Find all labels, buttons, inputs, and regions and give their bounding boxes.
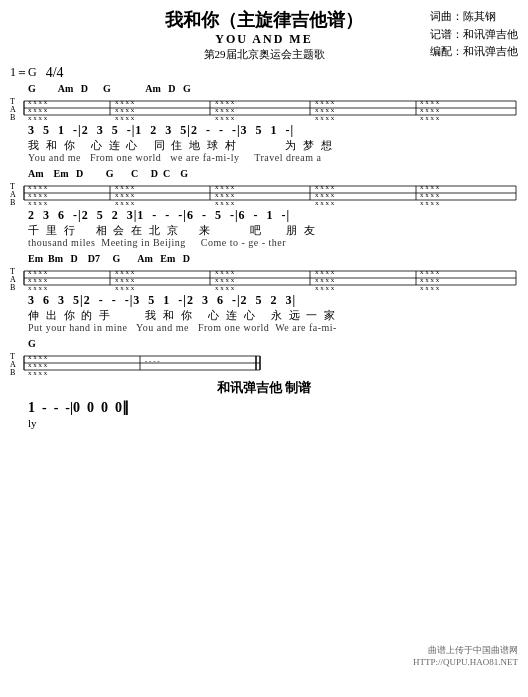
svg-text:x x x x: x x x x xyxy=(115,199,135,207)
notation-row-2: 2 3 6 -|2 5 2 3|1 - - -|6 - 5 -|6 - 1 -| xyxy=(10,207,518,223)
svg-text:x x x x: x x x x xyxy=(28,369,48,377)
english-row-1: You and me From one world we are fa-mi-l… xyxy=(10,152,518,165)
tab-staff-4: T A B x x x x x x x x x x x x - - - - xyxy=(10,349,518,377)
section-2: Am Em D G C D C G T A B x x x x x x x x … xyxy=(10,167,518,250)
svg-text:x x x x: x x x x xyxy=(28,106,48,114)
svg-text:x x x x: x x x x xyxy=(115,268,135,276)
svg-text:x x x x: x x x x xyxy=(420,183,440,191)
svg-text:x x x x: x x x x xyxy=(115,276,135,284)
svg-text:B: B xyxy=(10,283,15,292)
svg-text:x x x x: x x x x xyxy=(420,276,440,284)
svg-text:x x x x: x x x x xyxy=(28,353,48,361)
svg-text:x x x x: x x x x xyxy=(115,284,135,292)
svg-text:x x x x: x x x x xyxy=(115,183,135,191)
key-time-sig: 1＝G 4/4 xyxy=(10,64,518,81)
svg-text:x x x x: x x x x xyxy=(28,268,48,276)
svg-text:x x x x: x x x x xyxy=(315,199,335,207)
svg-text:x x x x: x x x x xyxy=(215,276,235,284)
svg-text:- - - -: - - - - xyxy=(145,357,160,365)
svg-text:x x x x: x x x x xyxy=(215,199,235,207)
chord-row-1: G Am D G Am D G xyxy=(10,82,518,94)
svg-text:x x x x: x x x x xyxy=(315,284,335,292)
tab-staff-1: T A B x x x x x x x x x x x x x x x x x … xyxy=(10,94,518,122)
svg-text:x x x x: x x x x xyxy=(28,276,48,284)
stamp: 和讯弹吉他 制谱 xyxy=(10,379,518,397)
section-1: G Am D G Am D G T A B x xyxy=(10,82,518,165)
svg-text:x x x x: x x x x xyxy=(28,191,48,199)
chinese-row-1: 我 和 你 心 连 心 同 住 地 球 村 为 梦 想 xyxy=(10,138,518,152)
svg-text:B: B xyxy=(10,113,15,122)
notation-row-1: 3 5 1 -|2 3 5 -|1 2 3 5|2 - - -|3 5 1 -| xyxy=(10,122,518,138)
svg-text:B: B xyxy=(10,198,15,207)
svg-text:x x x x: x x x x xyxy=(315,98,335,106)
arranger: 编配：和讯弹吉他 xyxy=(430,43,518,61)
svg-text:x x x x: x x x x xyxy=(420,106,440,114)
chords-4: G xyxy=(28,338,36,349)
lyricist: 词曲：陈其钢 xyxy=(430,8,518,26)
chords-3: Em Bm D D7 G Am Em D xyxy=(28,253,190,264)
svg-text:x x x x: x x x x xyxy=(420,268,440,276)
svg-text:x x x x: x x x x xyxy=(28,98,48,106)
svg-text:x x x x: x x x x xyxy=(115,114,135,122)
svg-text:x x x x: x x x x xyxy=(420,114,440,122)
chinese-row-3: 伸 出 你 的 手 我 和 你 心 连 心 永 远 一 家 xyxy=(10,308,518,322)
chord-row-4: G xyxy=(10,337,518,349)
svg-text:x x x x: x x x x xyxy=(420,98,440,106)
svg-text:x x x x: x x x x xyxy=(28,183,48,191)
watermark-line1: 曲谱上传于中国曲谱网 xyxy=(413,644,518,657)
svg-text:x x x x: x x x x xyxy=(215,191,235,199)
final-notation: 1 - - -|0 0 0 0‖ xyxy=(10,399,518,417)
key-sig-label: 1＝G xyxy=(10,65,43,79)
svg-text:x x x x: x x x x xyxy=(28,361,48,369)
chords-1: G Am D G Am D G xyxy=(28,83,191,94)
page: 词曲：陈其钢 记谱：和讯弹吉他 编配：和讯弹吉他 我和你（主旋律吉他谱） YOU… xyxy=(0,0,528,697)
watermark: 曲谱上传于中国曲谱网 HTTP://QUPU.HAO81.NET xyxy=(413,644,518,667)
svg-text:x x x x: x x x x xyxy=(215,106,235,114)
watermark-line2: HTTP://QUPU.HAO81.NET xyxy=(413,657,518,667)
svg-text:B: B xyxy=(10,368,15,377)
tab-staff-2: T A B x x x x x x x x x x x x x x x x x … xyxy=(10,179,518,207)
svg-text:x x x x: x x x x xyxy=(420,199,440,207)
svg-text:x x x x: x x x x xyxy=(115,191,135,199)
svg-text:x x x x: x x x x xyxy=(420,191,440,199)
svg-text:x x x x: x x x x xyxy=(215,284,235,292)
svg-text:x x x x: x x x x xyxy=(315,268,335,276)
svg-text:x x x x: x x x x xyxy=(315,106,335,114)
svg-text:x x x x: x x x x xyxy=(28,284,48,292)
chinese-row-2: 千 里 行 相 会 在 北 京 来 吧 朋 友 xyxy=(10,223,518,237)
svg-text:x x x x: x x x x xyxy=(420,284,440,292)
svg-text:x x x x: x x x x xyxy=(28,199,48,207)
time-sig: 4/4 xyxy=(46,65,64,80)
chords-2: Am Em D G C D C G xyxy=(28,168,188,179)
credits: 词曲：陈其钢 记谱：和讯弹吉他 编配：和讯弹吉他 xyxy=(430,8,518,61)
chord-row-3: Em Bm D D7 G Am Em D xyxy=(10,252,518,264)
section-3: Em Bm D D7 G Am Em D T A B x x x x x x x… xyxy=(10,252,518,335)
svg-text:x x x x: x x x x xyxy=(315,191,335,199)
svg-text:x x x x: x x x x xyxy=(315,114,335,122)
tab-staff-3: T A B x x x x x x x x x x x x x x x x x … xyxy=(10,264,518,292)
svg-text:x x x x: x x x x xyxy=(315,183,335,191)
english-row-2: thousand miles Meeting in Beijing Come t… xyxy=(10,237,518,250)
final-chinese: ly xyxy=(10,417,518,429)
svg-text:x x x x: x x x x xyxy=(315,276,335,284)
english-row-3: Put your hand in mine You and me From on… xyxy=(10,322,518,335)
svg-text:x x x x: x x x x xyxy=(28,114,48,122)
transcriber: 记谱：和讯弹吉他 xyxy=(430,26,518,44)
section-4: G T A B x x x x x x x x x x x x - - - - xyxy=(10,337,518,377)
svg-text:x x x x: x x x x xyxy=(215,114,235,122)
notation-row-3: 3 6 3 5|2 - - -|3 5 1 -|2 3 6 -|2 5 2 3| xyxy=(10,292,518,308)
svg-text:x x x x: x x x x xyxy=(215,183,235,191)
svg-text:x x x x: x x x x xyxy=(115,106,135,114)
svg-text:x x x x: x x x x xyxy=(215,98,235,106)
chord-row-2: Am Em D G C D C G xyxy=(10,167,518,179)
svg-text:x x x x: x x x x xyxy=(115,98,135,106)
svg-text:x x x x: x x x x xyxy=(215,268,235,276)
